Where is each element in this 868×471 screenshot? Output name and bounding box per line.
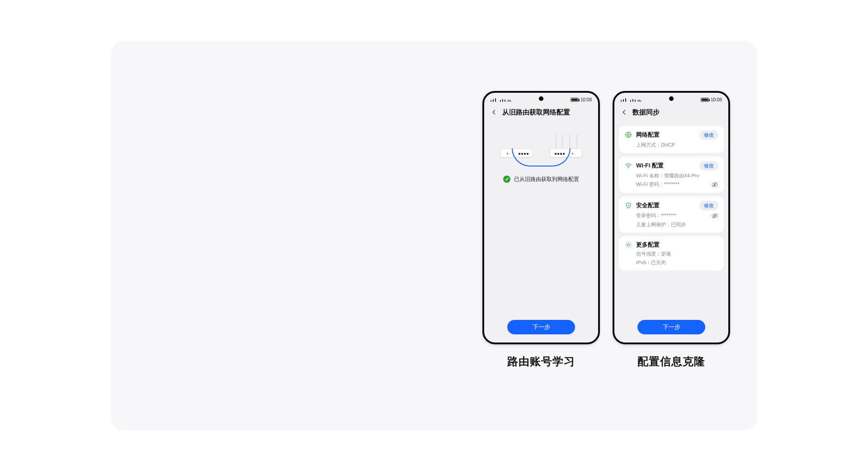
phone1-frame: 10:08 从旧路由获取网络配置	[482, 91, 600, 344]
check-icon: ✓	[503, 176, 510, 183]
edit-button[interactable]: 修改	[699, 130, 718, 140]
clock: 10:08	[580, 97, 592, 102]
front-camera	[539, 96, 543, 101]
battery-icon	[571, 98, 579, 102]
battery-cluster: 10:08	[701, 97, 722, 102]
kv-row: Wi-Fi 名称：荣耀路由X4 Pro	[624, 172, 718, 179]
success-text: 已从旧路由获取到网络配置	[514, 176, 579, 183]
page-title: 数据同步	[632, 108, 660, 117]
wifi-icon	[507, 98, 511, 102]
phone1-caption: 路由账号学习	[507, 354, 575, 369]
more-config-card: 更多配置 信号强度：穿墙 IPv6：已关闭	[619, 236, 724, 271]
next-button[interactable]: 下一步	[637, 320, 705, 334]
sync-body: 网络配置 修改 上网方式：DHCP Wi-Fi 配置	[614, 120, 728, 272]
section-title: Wi-Fi 配置	[636, 162, 696, 170]
kv-row: 信号强度：穿墙	[624, 251, 718, 257]
page-title: 从旧路由获取网络配置	[502, 108, 570, 117]
svg-point-1	[628, 167, 629, 168]
arrow-left-icon	[491, 109, 497, 115]
title-bar: 从旧路由获取网络配置	[484, 105, 598, 120]
globe-icon	[624, 131, 632, 139]
section-title: 网络配置	[636, 131, 696, 139]
title-bar: 数据同步	[614, 105, 728, 120]
eye-off-icon[interactable]	[711, 212, 718, 219]
network-config-card: 网络配置 修改 上网方式：DHCP	[619, 126, 724, 153]
eye-off-icon[interactable]	[711, 181, 718, 188]
router-diagram	[498, 128, 584, 164]
edit-button[interactable]: 修改	[699, 161, 718, 171]
wifi-icon	[624, 162, 632, 170]
wifi-config-card: Wi-Fi 配置 修改 Wi-Fi 名称：荣耀路由X4 Pro Wi-Fi 密码…	[619, 157, 724, 193]
phone2-column: 10:08 数据同步 网络配置	[613, 91, 730, 369]
success-message: ✓ 已从旧路由获取到网络配置	[484, 176, 598, 183]
wifi-icon	[637, 98, 642, 102]
signal-cluster	[621, 98, 642, 102]
clock: 10:08	[711, 97, 722, 102]
section-title: 安全配置	[636, 201, 696, 209]
back-button[interactable]	[491, 109, 498, 116]
kv-row: 儿童上网保护：已同步	[624, 221, 718, 228]
cable-icon	[512, 148, 571, 167]
phones-row: 10:08 从旧路由获取网络配置	[482, 91, 730, 369]
kv-row: 登录密码：********	[624, 212, 718, 219]
edit-button[interactable]: 修改	[699, 201, 718, 210]
kv-row: Wi-Fi 密码：********	[624, 181, 718, 188]
battery-cluster: 10:08	[571, 97, 592, 102]
battery-icon	[701, 98, 709, 102]
next-button[interactable]: 下一步	[507, 320, 575, 334]
back-button[interactable]	[621, 109, 628, 116]
phone1-column: 10:08 从旧路由获取网络配置	[482, 91, 600, 369]
phone2-caption: 配置信息克隆	[637, 354, 705, 369]
svg-point-6	[627, 244, 629, 246]
security-config-card: 安全配置 修改 登录密码：******** 儿童上网保护：已同步	[619, 196, 724, 233]
shield-icon	[624, 201, 632, 209]
section-title: 更多配置	[636, 241, 718, 249]
signal-cluster	[491, 98, 511, 102]
front-camera	[669, 96, 674, 101]
arrow-left-icon	[621, 109, 627, 115]
kv-row: 上网方式：DHCP	[624, 142, 718, 148]
gear-icon	[624, 241, 632, 249]
feature-card: 10:08 从旧路由获取网络配置	[111, 41, 757, 430]
phone2-frame: 10:08 数据同步 网络配置	[613, 91, 730, 344]
kv-row: IPv6：已关闭	[624, 259, 718, 266]
